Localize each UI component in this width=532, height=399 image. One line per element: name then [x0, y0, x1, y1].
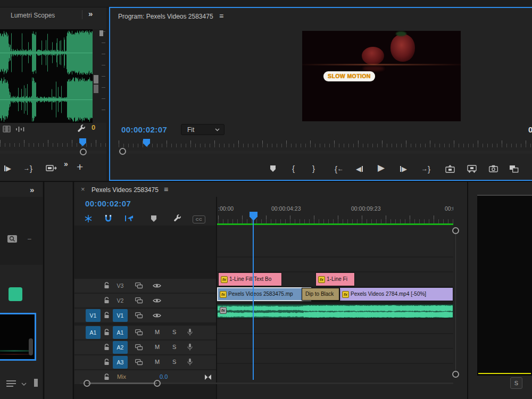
add-button[interactable]: + [77, 161, 83, 173]
track-target-a3[interactable]: A3 [113, 356, 128, 369]
scrollbar-thumb[interactable] [94, 75, 98, 84]
project-scrollbar-thumb[interactable] [29, 338, 33, 355]
vertical-zoom-track[interactable] [455, 231, 456, 375]
comparison-view-button[interactable] [509, 163, 519, 174]
mark-out-button[interactable]: } [312, 163, 315, 173]
mix-level-value[interactable]: 0.0 [160, 373, 168, 380]
search-bin-icon[interactable] [7, 234, 18, 243]
clip-settings-button[interactable] [2, 125, 11, 133]
lift-button[interactable] [445, 163, 455, 174]
lock-icon[interactable] [104, 297, 110, 304]
waveform-toggle-button[interactable] [15, 126, 25, 132]
horizontal-zoom-thumb[interactable] [88, 383, 157, 384]
vertical-divider[interactable] [43, 182, 44, 399]
sync-lock-icon[interactable] [135, 312, 143, 319]
tab-close-icon[interactable]: × [81, 185, 85, 193]
zoom-level-select[interactable]: Fit [181, 124, 225, 135]
track-target-a2[interactable]: A2 [113, 341, 128, 354]
keyframe-toggle-icon[interactable] [204, 374, 212, 380]
sequence-tab[interactable]: Pexels Videos 2583475 [92, 186, 159, 194]
program-panel-menu-icon[interactable]: ≡ [219, 12, 223, 20]
lumetri-tab[interactable]: Lumetri Scopes [11, 12, 55, 19]
clip-title-2[interactable]: fx 1-Line Fi [315, 272, 355, 286]
track-name-v3[interactable]: V3 [113, 279, 128, 292]
mute-button-a1[interactable]: M [155, 329, 160, 335]
solo-meter-button[interactable]: S [510, 377, 522, 389]
program-timecode[interactable]: 00:00:02:07 [121, 125, 167, 134]
sync-lock-icon[interactable] [135, 282, 143, 289]
export-frame-button[interactable] [46, 163, 57, 173]
fx-badge[interactable]: fx [342, 291, 349, 298]
go-to-in-button[interactable]: {← [335, 163, 344, 174]
fx-badge[interactable]: fx [220, 291, 227, 298]
sync-lock-icon[interactable] [135, 297, 143, 304]
mute-button-a2[interactable]: M [155, 344, 160, 350]
program-scrollbar-track[interactable] [118, 151, 532, 154]
view-options-chevron[interactable] [21, 383, 27, 386]
sync-lock-icon[interactable] [135, 329, 143, 336]
add-marker-button[interactable] [151, 215, 157, 222]
scrollbar-thumb[interactable] [99, 30, 103, 36]
extract-button[interactable] [467, 163, 477, 174]
settings-wrench-button[interactable] [77, 124, 86, 133]
snap-toggle-button[interactable] [104, 214, 112, 222]
track-output-eye-icon[interactable] [153, 313, 161, 318]
source-scroll-handle[interactable] [80, 148, 87, 155]
list-view-button[interactable] [6, 380, 17, 387]
go-to-out-button[interactable]: →} [23, 163, 32, 173]
solo-button-a3[interactable]: S [172, 359, 176, 365]
fx-badge[interactable]: fx [221, 276, 228, 283]
source-patch-v1[interactable]: V1 [86, 309, 101, 322]
timeline-timecode[interactable]: 00:00:02:07 [85, 199, 131, 208]
horizontal-zoom-handle-right[interactable] [154, 380, 161, 387]
panel-overflow-chevron-icon[interactable]: » [30, 185, 34, 194]
track-output-eye-icon[interactable] [153, 298, 161, 303]
program-panel-title[interactable]: Program: Pexels Videos 2583475 [118, 13, 213, 20]
gain-value[interactable]: 0 [92, 123, 95, 131]
lock-icon[interactable] [104, 373, 110, 380]
track-target-a1[interactable]: A1 [113, 326, 128, 339]
voiceover-mic-icon[interactable] [187, 343, 193, 351]
solo-button-a1[interactable]: S [172, 329, 176, 335]
lock-icon[interactable] [104, 344, 110, 351]
lock-icon[interactable] [104, 312, 110, 319]
mute-button-a3[interactable]: M [155, 359, 160, 365]
linked-selection-button[interactable] [124, 214, 134, 222]
vertical-zoom-handle-top[interactable] [452, 227, 459, 234]
timeline-settings-button[interactable] [173, 214, 181, 222]
track-output-eye-icon[interactable] [153, 283, 161, 288]
source-patch-a1[interactable]: A1 [86, 326, 101, 339]
mark-in-button[interactable]: { [292, 163, 295, 173]
sync-lock-icon[interactable] [135, 359, 143, 365]
fx-badge[interactable]: fx [220, 307, 227, 314]
sync-lock-icon[interactable] [135, 344, 143, 351]
solo-button-a2[interactable]: S [172, 344, 176, 350]
transport-overflow-chevron[interactable]: » [64, 160, 68, 168]
captions-button[interactable]: CC [193, 215, 205, 223]
timeline-panel-menu-icon[interactable]: ≡ [164, 185, 168, 194]
track-target-v1[interactable]: V1 [113, 309, 128, 322]
timeline-playhead-line[interactable] [253, 220, 254, 380]
export-frame-button[interactable] [489, 163, 498, 174]
step-forward-button[interactable]: ▶ [4, 163, 11, 173]
source-mini-ruler[interactable] [0, 138, 106, 149]
clip-video-2[interactable]: fx Pexels Videos 2784.mp4 [-50%] [339, 287, 453, 301]
source-scrollbar-track[interactable] [0, 151, 106, 154]
audio-item-thumbnail[interactable] [9, 287, 22, 301]
vertical-zoom-handle-bottom[interactable] [452, 371, 459, 378]
add-marker-button[interactable] [270, 163, 276, 174]
lock-icon[interactable] [104, 282, 110, 289]
voiceover-mic-icon[interactable] [187, 358, 193, 365]
track-name-v2[interactable]: V2 [113, 294, 128, 307]
step-forward-button[interactable]: ▶ [400, 163, 407, 174]
voiceover-mic-icon[interactable] [187, 328, 193, 336]
program-scroll-handle[interactable] [119, 148, 126, 155]
panel-overflow-chevron-icon[interactable]: » [88, 9, 93, 18]
scrollbar-thumb[interactable] [94, 85, 98, 93]
clip-title-1[interactable]: fx 1-Line Fill Text Bo [218, 272, 282, 286]
program-mini-ruler[interactable] [118, 139, 532, 149]
clip-video-selected[interactable]: fx Pexels Videos 2583475.mp [217, 287, 311, 301]
lock-icon[interactable] [104, 359, 110, 365]
play-button[interactable]: ▶ [378, 162, 385, 173]
horizontal-zoom-handle-left[interactable] [84, 380, 90, 387]
